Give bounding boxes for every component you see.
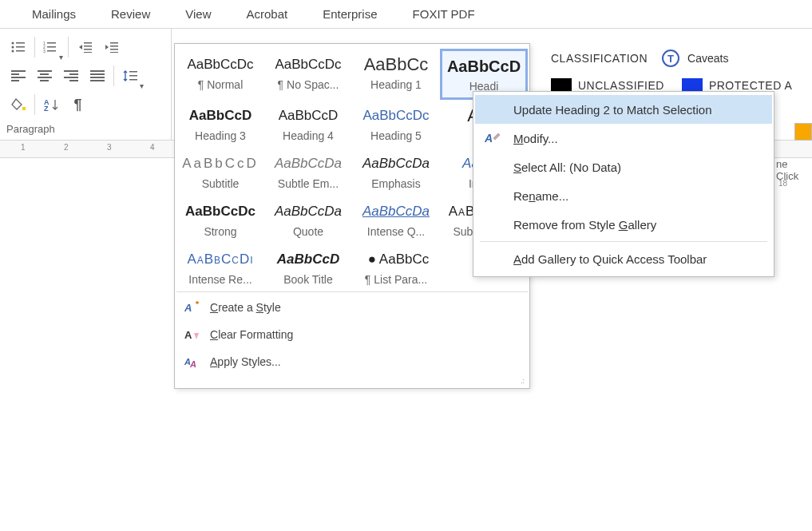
style-heading-5[interactable]: AaBbCcDcHeading 5 xyxy=(352,100,440,148)
svg-marker-12 xyxy=(79,45,82,50)
svg-rect-16 xyxy=(84,52,92,53)
style-context-menu: Update Heading 2 to Match Selection A Mo… xyxy=(473,91,774,277)
svg-rect-18 xyxy=(110,42,118,44)
svg-rect-20 xyxy=(110,49,118,50)
svg-rect-5 xyxy=(16,50,25,52)
ruler-tick-2: 2 xyxy=(64,143,69,152)
svg-rect-7 xyxy=(47,42,56,44)
swatch-orange[interactable] xyxy=(794,123,812,141)
modify-icon: A xyxy=(483,130,504,146)
caveats-label: Caveats xyxy=(687,52,728,65)
classification-unclassified: UNCLASSIFIED xyxy=(578,79,664,92)
clear-formatting-icon: A xyxy=(184,327,200,342)
svg-text:A: A xyxy=(485,132,493,145)
ctx-add-to-qat[interactable]: Add Gallery to Quick Access Toolbar xyxy=(475,244,772,273)
svg-rect-25 xyxy=(22,107,26,110)
ctx-select-all[interactable]: Select All: (No Data) xyxy=(475,153,772,181)
paragraph-group-label: Paragraph xyxy=(5,120,166,140)
placeholder-icon xyxy=(483,216,504,232)
tab-enterprise[interactable]: Enterprise xyxy=(305,0,394,29)
svg-rect-14 xyxy=(84,46,92,47)
svg-text:A: A xyxy=(189,359,196,368)
svg-text:A: A xyxy=(184,302,192,314)
increase-indent-button[interactable] xyxy=(98,34,125,61)
tab-foxit-pdf[interactable]: FOXIT PDF xyxy=(395,0,493,29)
svg-rect-11 xyxy=(47,50,56,52)
ruler-tick-18: 18 xyxy=(778,179,787,188)
sort-button[interactable]: AZ xyxy=(38,91,65,118)
create-style-button[interactable]: A CCreate a Stylereate a Style xyxy=(176,294,528,321)
style-strong[interactable]: AaBbCcDcStrong xyxy=(176,196,264,244)
svg-text:3: 3 xyxy=(43,49,46,53)
style-intense-reference[interactable]: AaBbCcDiIntense Re... xyxy=(176,244,264,291)
shading-button[interactable] xyxy=(5,91,31,118)
ruler-tick-4: 4 xyxy=(150,143,155,152)
line-spacing-button[interactable]: ▾ xyxy=(117,62,144,89)
svg-marker-30 xyxy=(194,333,199,339)
decrease-indent-button[interactable] xyxy=(72,34,98,61)
svg-point-4 xyxy=(11,50,14,53)
align-right-button[interactable] xyxy=(57,62,84,89)
classification-protected: PROTECTED A xyxy=(709,79,792,92)
style-subtitle[interactable]: AaBbCcDSubtitle xyxy=(176,148,264,196)
caveats-icon[interactable]: T xyxy=(662,50,679,67)
svg-rect-9 xyxy=(47,46,56,48)
align-left-button[interactable] xyxy=(5,62,31,89)
ctx-update-to-match[interactable]: Update Heading 2 to Match Selection xyxy=(475,95,772,124)
create-style-icon: A xyxy=(184,300,200,315)
style-list-paragraph[interactable]: ● AaBbCc¶ List Para... xyxy=(352,244,440,291)
ctx-update-label: Update Heading 2 to Match Selection xyxy=(513,103,712,117)
placeholder-icon xyxy=(483,251,504,267)
paragraph-group: 123▾ ▾ AZ ¶ Paragraph xyxy=(0,29,172,140)
style-emphasis[interactable]: AaBbCcDaEmphasis xyxy=(352,148,440,196)
placeholder-icon xyxy=(483,159,504,175)
placeholder-icon xyxy=(483,188,504,204)
clear-formatting-button[interactable]: A Clear Formatting xyxy=(176,321,528,348)
classification-label: CLASSIFICATION xyxy=(551,52,648,65)
svg-rect-15 xyxy=(84,49,92,50)
svg-marker-17 xyxy=(105,45,109,50)
ctx-rename[interactable]: Rename... xyxy=(475,181,772,210)
svg-text:A: A xyxy=(184,329,192,341)
align-center-button[interactable] xyxy=(31,62,57,89)
style-heading-4[interactable]: AaBbCcDHeading 4 xyxy=(264,100,352,148)
svg-rect-19 xyxy=(110,46,118,47)
style-intense-quote[interactable]: AaBbCcDaIntense Q... xyxy=(352,196,440,244)
style-subtle-emphasis[interactable]: AaBbCcDaSubtle Em... xyxy=(264,148,352,196)
numbering-button[interactable]: 123▾ xyxy=(38,34,65,61)
svg-rect-13 xyxy=(84,42,92,44)
tab-review[interactable]: Review xyxy=(93,0,168,29)
bullets-button[interactable] xyxy=(5,34,31,61)
svg-rect-1 xyxy=(16,42,25,44)
ctx-remove-from-gallery[interactable]: Remove from Style Gallery xyxy=(475,210,772,239)
ctx-separator xyxy=(480,241,767,242)
style-quote[interactable]: AaBbCcDaQuote xyxy=(264,196,352,244)
classification-panel: CLASSIFICATION T Caveats UNCLASSIFIED PR… xyxy=(551,50,792,93)
svg-rect-23 xyxy=(129,75,137,77)
style-normal[interactable]: AaBbCcDc¶ Normal xyxy=(176,49,264,100)
style-heading-1[interactable]: AaBbCcHeading 1 xyxy=(352,49,440,100)
svg-rect-21 xyxy=(110,52,118,53)
gallery-bottom-actions: A CCreate a Stylereate a Style A Clear F… xyxy=(176,291,528,377)
apply-styles-icon: AA xyxy=(184,355,200,369)
style-no-spacing[interactable]: AaBbCcDc¶ No Spac... xyxy=(264,49,352,100)
ribbon-tab-bar: Mailings Review View Acrobat Enterprise … xyxy=(0,0,812,29)
svg-point-2 xyxy=(11,46,14,49)
placeholder-icon xyxy=(483,101,504,117)
gallery-resize-grip[interactable]: .: xyxy=(176,377,528,386)
apply-styles-button[interactable]: AA Apply Styles... xyxy=(176,348,528,375)
tab-view[interactable]: View xyxy=(168,0,228,29)
tab-acrobat[interactable]: Acrobat xyxy=(228,0,305,29)
svg-point-0 xyxy=(11,42,14,45)
style-heading-3[interactable]: AaBbCcDHeading 3 xyxy=(176,100,264,148)
svg-rect-3 xyxy=(16,46,25,48)
ruler-tick-1: 1 xyxy=(21,143,26,152)
svg-rect-22 xyxy=(129,71,137,73)
tab-mailings[interactable]: Mailings xyxy=(14,0,93,29)
svg-text:Z: Z xyxy=(44,105,49,111)
ctx-modify[interactable]: A Modify... xyxy=(475,124,772,153)
justify-button[interactable] xyxy=(84,62,110,89)
show-hide-button[interactable]: ¶ xyxy=(65,91,91,118)
svg-rect-24 xyxy=(129,79,137,81)
style-book-title[interactable]: AaBbCcDBook Title xyxy=(264,244,352,291)
